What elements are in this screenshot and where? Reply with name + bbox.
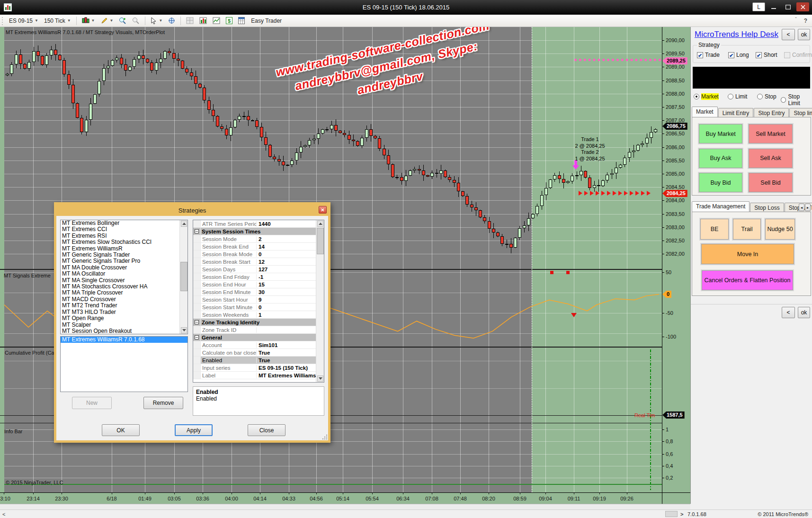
strategy-list-item[interactable]: MT Extremes Slow Stochastics CCI [61,239,187,245]
property-grid[interactable]: ATR Time Series Peric1440System Session … [193,220,324,383]
remove-button[interactable]: Remove [143,397,183,409]
strategy-list-item[interactable]: MT Extremes CCI [61,226,187,232]
configured-strategies-list[interactable]: MT Extremes WilliamsR 7.0.1.68 [60,336,188,392]
checkbox-trade[interactable]: ✔Trade [697,52,720,58]
configured-strategy-item[interactable]: MT Extremes WilliamsR 7.0.1.68 [61,337,187,343]
scroll-down-icon[interactable] [317,375,323,382]
scroll-up-icon[interactable] [317,221,323,227]
toolbar-chevron-icon[interactable]: ˇ [795,17,797,22]
close-button[interactable] [796,2,809,11]
checkbox-confirm[interactable]: Confirm [784,52,812,58]
property-row[interactable]: Session Break Start12 [193,258,324,266]
property-row[interactable]: Session End Friday-1 [193,273,324,281]
dialog-close-icon[interactable]: ✕ [319,206,327,214]
radio-stop-limit[interactable]: Stop Limit [781,93,812,107]
maximize-button[interactable] [782,2,794,11]
property-row[interactable]: EnabledTrue [193,357,324,364]
market-analyzer-button[interactable] [235,16,248,26]
panel-back-button[interactable]: < [782,29,795,40]
interval-selector[interactable]: 150 Tick▼ [41,16,74,26]
ok-button[interactable]: OK [102,424,140,436]
property-row[interactable]: ATR Time Series Peric1440 [193,220,324,228]
property-row[interactable]: AccountSim101 [193,341,324,349]
drawing-tools-button[interactable]: ▼ [98,16,116,26]
buy-ask-button[interactable]: Buy Ask [699,149,742,168]
property-section-row[interactable]: General [193,334,324,341]
tab-limit-entry[interactable]: Limit Entry [718,108,754,117]
strategy-list-item[interactable]: MT Generic Signals Trader [61,252,187,258]
strategy-list-item[interactable]: MT Session Open Breakout [61,328,187,334]
strategy-list-item[interactable]: MT MA Double Crossover [61,265,187,271]
radio-stop[interactable]: Stop [757,93,776,100]
property-section-row[interactable]: System Session Times [193,228,324,235]
tab-stop-limit-entry[interactable]: Stop limit Entry [789,108,812,117]
new-button[interactable]: New [72,397,112,409]
chart-style-button[interactable]: ▼ [79,16,98,26]
radio-market[interactable]: Market [694,93,719,100]
apply-button[interactable]: Apply [175,424,213,436]
zoom-in-button[interactable] [116,16,129,26]
property-row[interactable]: Calculate on bar closeTrue [193,349,324,357]
property-row[interactable]: Session Start Minute0 [193,304,324,311]
scroll-right-icon[interactable]: > [680,511,683,517]
chart-scroll-strip[interactable] [0,504,690,509]
strategy-list-item[interactable]: MT Generic Signals Trader Pro [61,258,187,264]
strategy-list-item[interactable]: MT Extremes Bollinger [61,220,187,226]
scroll-down-icon[interactable] [181,327,187,333]
scrollbar-thumb[interactable] [180,262,187,291]
strategy-list-item[interactable]: MT MT2 Trend Trader [61,303,187,309]
tab-scroll-left-icon[interactable]: ◂ [799,204,804,211]
property-row[interactable]: Session End Hour15 [193,281,324,288]
trail-button[interactable]: Trail [733,219,761,240]
scrollbar-thumb[interactable] [317,228,324,254]
scroll-thumb[interactable] [665,511,678,517]
cursor-mode-button[interactable]: ▼ [148,16,165,26]
checkbox-long[interactable]: ✔Long [728,52,749,58]
property-row[interactable]: Session Break Mode0 [193,250,324,258]
move-in-button[interactable]: Move In [701,244,794,264]
zoom-out-button[interactable] [129,16,143,26]
strategy-list-item[interactable]: MT MA Single Crossover [61,277,187,284]
strategy-list-item[interactable]: MT MA Oscillator [61,271,187,277]
strategies-button[interactable]: $ [223,16,235,26]
minimize-button[interactable] [767,2,780,11]
microtrends-help-link[interactable]: MicroTrends Help Desk [695,30,778,39]
strategy-list-item[interactable]: MT MA Triple Crossover [61,290,187,296]
sell-bid-button[interactable]: Sell Bid [749,173,793,192]
crosshair-button[interactable] [165,16,178,26]
strategy-list-item[interactable]: MT MT3 HILO Trader [61,309,187,315]
panel-grid-button[interactable] [183,16,196,26]
strategy-list-item[interactable]: MT Extremes WilliamsR [61,246,187,252]
cancel-orders-flatten-position-button[interactable]: Cancel Orders & Flatten Position [702,270,793,290]
scroll-left-icon[interactable]: < [2,511,5,517]
tab-stop-entry[interactable]: Stop Entry [754,108,789,117]
property-row[interactable]: LabelMT Extremes Williams [193,372,324,379]
instrument-selector[interactable]: ES 09-15▼ [6,16,41,26]
property-row[interactable]: Session Start Hour9 [193,296,324,304]
strategy-list-item[interactable]: MT Open Range [61,315,187,322]
radio-limit[interactable]: Limit [728,93,747,100]
sell-market-button[interactable]: Sell Market [749,124,793,143]
property-row[interactable]: Zone Track ID [193,326,324,334]
l-button[interactable]: L [752,2,765,11]
indicators-button[interactable] [210,16,223,26]
toolbar-help-icon[interactable]: ? [804,18,807,24]
close-button-dialog[interactable]: Close [248,424,286,436]
listbox-scrollbar[interactable] [179,220,187,334]
price-axis-column[interactable] [662,27,690,492]
strategy-list-item[interactable]: MT Scalper [61,322,187,328]
panel-back-button-bottom[interactable]: < [782,307,795,318]
be-button[interactable]: BE [700,219,729,240]
strategy-list-item[interactable]: MT MA Stochastics Crossover HA [61,284,187,290]
property-row[interactable]: Session Mode2 [193,235,324,243]
scroll-up-icon[interactable] [181,221,187,227]
property-row[interactable]: Session End Minute30 [193,288,324,296]
checkbox-short[interactable]: ✔Short [756,52,777,58]
data-series-button[interactable] [196,16,210,26]
resize-grip-icon[interactable] [322,434,328,440]
strategy-list-item[interactable]: MT MACD Crossover [61,296,187,303]
tab-scroll-right-icon[interactable]: ▸ [805,204,811,211]
panel-ok-button-bottom[interactable]: ok [798,307,810,318]
nudge-50-button[interactable]: Nudge 50 [765,219,795,240]
buy-market-button[interactable]: Buy Market [699,124,742,143]
